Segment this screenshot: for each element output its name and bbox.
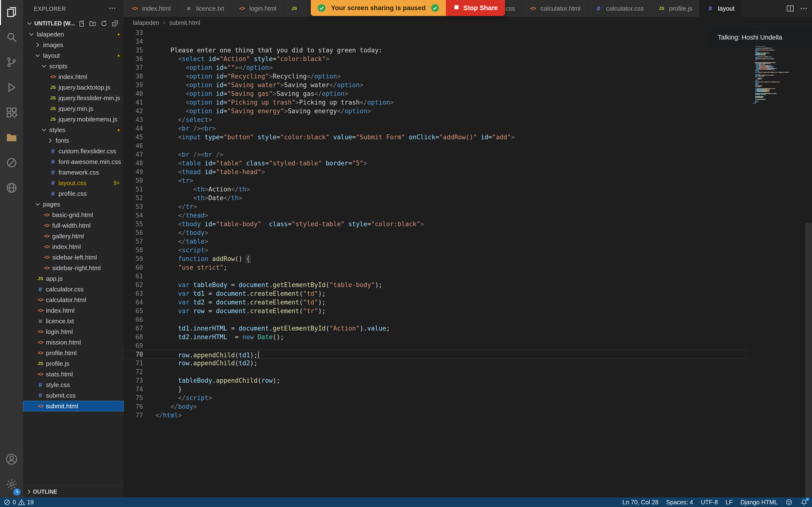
activitybar-account[interactable] bbox=[0, 447, 23, 472]
code-line-68[interactable]: 68 td2.innerHTML = new Date(); bbox=[124, 333, 747, 341]
code-editor[interactable]: 333435 Please enter one thing that you d… bbox=[124, 29, 812, 497]
code-line-73[interactable]: 73 tableBody.appendChild(row); bbox=[124, 376, 747, 385]
cursor-position[interactable]: Ln 70, Col 28 bbox=[622, 497, 659, 507]
code-line-44[interactable]: 44 <br /><br> bbox=[124, 124, 747, 133]
tab-login.html[interactable]: <>login.html bbox=[231, 0, 283, 17]
file-framework.css[interactable]: #framework.css bbox=[23, 167, 124, 178]
code-line-63[interactable]: 63 var td1 = document.createElement("td"… bbox=[124, 289, 747, 298]
code-line-42[interactable]: 42 <option id="Saving energy">Saving ene… bbox=[124, 107, 747, 115]
file-index.html[interactable]: <>index.html bbox=[23, 241, 124, 252]
code-line-64[interactable]: 64 var td2 = document.createElement("td"… bbox=[124, 298, 747, 306]
code-line-36[interactable]: 36 <select id="Action" style="color:blac… bbox=[124, 55, 747, 63]
file-full-width.html[interactable]: <>full-width.html bbox=[23, 220, 124, 231]
code-line-59[interactable]: 59 function addRow() { bbox=[124, 255, 747, 263]
activitybar-explorer[interactable] bbox=[0, 0, 23, 25]
code-line-77[interactable]: 77</html> bbox=[124, 411, 747, 419]
folder-scripts[interactable]: scripts bbox=[23, 61, 124, 71]
file-profile.html[interactable]: <>profile.html bbox=[23, 348, 124, 358]
activitybar-circle-slash[interactable] bbox=[0, 151, 23, 176]
code-line-54[interactable]: 54 </thead> bbox=[124, 211, 747, 220]
activitybar-source-control[interactable] bbox=[0, 50, 23, 75]
code-line-34[interactable]: 34 bbox=[124, 37, 747, 46]
file-app.js[interactable]: JSapp.js bbox=[23, 273, 124, 284]
split-editor-icon[interactable] bbox=[786, 4, 795, 13]
code-line-65[interactable]: 65 var row = document.createElement("tr"… bbox=[124, 306, 747, 315]
notifications-bell[interactable] bbox=[800, 499, 808, 506]
file-calculator.html[interactable]: <>calculator.html bbox=[23, 294, 124, 305]
code-line-45[interactable]: 45 <input type="button" style="color:bla… bbox=[124, 133, 747, 142]
indentation[interactable]: Spaces: 4 bbox=[666, 497, 693, 507]
eol-sequence[interactable]: LF bbox=[726, 497, 733, 507]
activitybar-search[interactable] bbox=[0, 25, 23, 50]
folder-lalapeden[interactable]: lalapeden● bbox=[23, 29, 124, 40]
activitybar-project-folder[interactable] bbox=[0, 125, 23, 151]
code-line-55[interactable]: 55 <tbody id="table-body" class="styled-… bbox=[124, 220, 747, 228]
scrollbar-thumb[interactable] bbox=[805, 223, 812, 497]
file-profile.css[interactable]: #profile.css bbox=[23, 188, 124, 199]
problems-indicator[interactable]: 0 19 bbox=[3, 497, 34, 507]
file-submit.css[interactable]: #submit.css bbox=[23, 390, 124, 401]
editor-more-actions-icon[interactable] bbox=[800, 4, 808, 13]
activitybar-globe[interactable] bbox=[0, 176, 23, 201]
code-line-53[interactable]: 53 </tr> bbox=[124, 202, 747, 211]
stop-share-button[interactable]: Stop Share bbox=[446, 0, 505, 16]
code-line-56[interactable]: 56 </tbody> bbox=[124, 228, 747, 237]
code-line-71[interactable]: 71 row.appendChild(td2); bbox=[124, 359, 747, 368]
file-profile.js[interactable]: JSprofile.js bbox=[23, 358, 124, 369]
code-line-62[interactable]: 62 var tableBody = document.getElementBy… bbox=[124, 281, 747, 289]
breadcrumb-file[interactable]: submit.html bbox=[169, 19, 200, 26]
feedback-icon[interactable] bbox=[785, 499, 793, 506]
outline-section-header[interactable]: OUTLINE bbox=[23, 486, 124, 497]
folder-layout[interactable]: layout● bbox=[23, 50, 124, 61]
code-line-75[interactable]: 75 </script> bbox=[124, 394, 747, 402]
code-line-51[interactable]: 51 <th>Action</th> bbox=[124, 185, 747, 193]
file-sidebar-left.html[interactable]: <>sidebar-left.html bbox=[23, 252, 124, 263]
code-line-41[interactable]: 41 <option id="Picking up trash">Picking… bbox=[124, 98, 747, 107]
code-line-33[interactable]: 33 bbox=[124, 29, 747, 37]
code-line-48[interactable]: 48 <table id="table" class="styled-table… bbox=[124, 159, 747, 168]
file-layout.css[interactable]: #layout.css9+ bbox=[23, 178, 124, 188]
file-index.html[interactable]: <>index.html bbox=[23, 305, 124, 316]
file-submit.html[interactable]: <>submit.html bbox=[23, 401, 124, 411]
new-file-icon[interactable] bbox=[78, 19, 86, 27]
tab-calculator.html[interactable]: <>calculator.html bbox=[522, 0, 588, 17]
file-gallery.html[interactable]: <>gallery.html bbox=[23, 231, 124, 241]
file-stats.html[interactable]: <>stats.html bbox=[23, 369, 124, 380]
file-login.html[interactable]: <>login.html bbox=[23, 326, 124, 337]
language-mode[interactable]: Django HTML bbox=[741, 497, 778, 507]
code-line-37[interactable]: 37 <option id=""></option> bbox=[124, 63, 747, 72]
tab-layout[interactable]: #layout bbox=[699, 0, 742, 17]
file-font-awesome.min.css[interactable]: #font-awesome.min.css bbox=[23, 157, 124, 167]
file-style.css[interactable]: #style.css bbox=[23, 380, 124, 390]
code-line-70[interactable]: 70 row.appendChild(td1); bbox=[124, 350, 747, 359]
explorer-more-actions-icon[interactable] bbox=[108, 4, 116, 14]
file-custom.flexslider.css[interactable]: #custom.flexslider.css bbox=[23, 146, 124, 157]
breadcrumb-folder[interactable]: lalapeden bbox=[133, 19, 159, 26]
code-line-52[interactable]: 52 <th>Date</th> bbox=[124, 193, 747, 202]
code-line-61[interactable]: 61 bbox=[124, 272, 747, 281]
collapse-all-icon[interactable] bbox=[111, 19, 119, 27]
code-line-38[interactable]: 38 <option id="Recycling">Recycling</opt… bbox=[124, 72, 747, 80]
code-line-76[interactable]: 76 </body> bbox=[124, 402, 747, 411]
code-line-67[interactable]: 67 td1.innerHTML = document.getElementBy… bbox=[124, 324, 747, 333]
file-basic-grid.html[interactable]: <>basic-grid.html bbox=[23, 210, 124, 220]
code-line-46[interactable]: 46 bbox=[124, 142, 747, 150]
file-jquery.mobilemenu.js[interactable]: JSjquery.mobilemenu.js bbox=[23, 114, 124, 125]
file-sidebar-right.html[interactable]: <>sidebar-right.html bbox=[23, 263, 124, 273]
folder-styles[interactable]: styles● bbox=[23, 125, 124, 135]
code-line-49[interactable]: 49 <thead id="table-head"> bbox=[124, 168, 747, 176]
code-line-39[interactable]: 39 <option id="Saving water">Saving wate… bbox=[124, 80, 747, 89]
tab-profile.js[interactable]: JSprofile.js bbox=[651, 0, 699, 17]
file-jquery.min.js[interactable]: JSjquery.min.js bbox=[23, 103, 124, 114]
file-calculator.css[interactable]: #calculator.css bbox=[23, 284, 124, 294]
code-line-58[interactable]: 58 <script> bbox=[124, 246, 747, 255]
code-line-69[interactable]: 69 bbox=[124, 341, 747, 350]
activitybar-settings[interactable] bbox=[0, 472, 23, 497]
code-line-50[interactable]: 50 <tr> bbox=[124, 176, 747, 185]
activitybar-extensions[interactable] bbox=[0, 101, 23, 125]
workspace-section-header[interactable]: UNTITLED (W... bbox=[23, 18, 124, 29]
tab-calculator.css[interactable]: #calculator.css bbox=[588, 0, 651, 17]
code-line-74[interactable]: 74 } bbox=[124, 385, 747, 394]
refresh-icon[interactable] bbox=[100, 19, 108, 27]
code-line-60[interactable]: 60 "use strict"; bbox=[124, 263, 747, 272]
